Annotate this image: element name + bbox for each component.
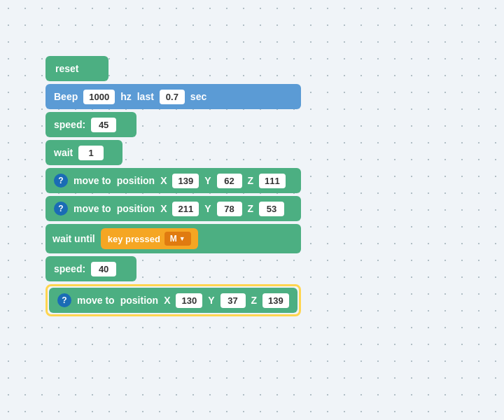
wait-until-label: wait until: [52, 233, 95, 244]
beep-hz-unit: hz: [120, 91, 132, 102]
move1-question-badge: ?: [54, 174, 68, 188]
move3-z-input[interactable]: 139: [262, 293, 289, 308]
move3-x-input[interactable]: 130: [176, 293, 202, 308]
move2-y-input[interactable]: 78: [217, 202, 242, 216]
key-pressed-label: key pressed: [108, 234, 160, 244]
speed1-label: speed:: [54, 119, 85, 130]
move1-y-label: Y: [204, 175, 211, 186]
speed1-block[interactable]: speed: 45: [46, 112, 136, 137]
move1-block[interactable]: ? move to position X 139 Y 62 Z 111: [46, 168, 301, 193]
beep-block[interactable]: Beep 1000 hz last 0.7 sec: [46, 84, 301, 109]
move2-z-input[interactable]: 53: [259, 202, 284, 216]
move2-pos-label: position: [117, 203, 155, 214]
beep-label: Beep: [54, 91, 78, 102]
speed2-label: speed:: [54, 263, 85, 274]
move1-y-input[interactable]: 62: [217, 174, 242, 188]
move3-label: move to: [77, 295, 115, 306]
wait-label: wait: [54, 147, 73, 158]
beep-last-label: last: [137, 91, 154, 102]
beep-sec-unit: sec: [190, 91, 206, 102]
move3-x-label: X: [164, 295, 170, 306]
wait-input[interactable]: 1: [78, 146, 104, 160]
speed2-input[interactable]: 40: [91, 262, 116, 276]
move2-z-label: Z: [248, 203, 254, 214]
move2-block[interactable]: ? move to position X 211 Y 78 Z 53: [46, 196, 301, 221]
move3-y-label: Y: [208, 295, 214, 306]
move2-x-label: X: [160, 203, 167, 214]
key-pressed-block[interactable]: key pressed M: [101, 228, 198, 249]
move2-y-label: Y: [204, 203, 211, 214]
reset-label: reset: [55, 63, 78, 74]
move1-x-label: X: [160, 175, 167, 186]
move3-question-badge: ?: [57, 293, 71, 307]
key-value: M: [170, 234, 177, 244]
move1-z-label: Z: [248, 175, 254, 186]
move2-x-input[interactable]: 211: [172, 202, 199, 216]
beep-sec-input[interactable]: 0.7: [160, 90, 185, 104]
reset-block[interactable]: reset: [46, 56, 108, 81]
move1-x-input[interactable]: 139: [172, 174, 199, 188]
move3-z-label: Z: [251, 295, 258, 306]
key-dropdown[interactable]: M: [164, 232, 191, 246]
speed1-input[interactable]: 45: [91, 118, 116, 132]
move3-selected-wrapper: ? move to position X 130 Y 37 Z 139: [46, 284, 301, 316]
move1-pos-label: position: [117, 175, 155, 186]
beep-hz-input[interactable]: 1000: [83, 90, 115, 104]
blocks-container: reset Beep 1000 hz last 0.7 sec speed: 4…: [46, 56, 301, 316]
move3-block[interactable]: ? move to position X 130 Y 37 Z 139: [49, 288, 298, 313]
wait-until-block[interactable]: wait until key pressed M: [46, 224, 301, 253]
wait-block[interactable]: wait 1: [46, 140, 122, 165]
move2-label: move to: [74, 203, 111, 214]
move1-z-input[interactable]: 111: [259, 174, 286, 188]
move3-y-input[interactable]: 37: [220, 293, 246, 308]
move2-question-badge: ?: [54, 202, 68, 216]
speed2-block[interactable]: speed: 40: [46, 256, 136, 281]
move1-label: move to: [74, 175, 111, 186]
move3-pos-label: position: [120, 295, 158, 306]
